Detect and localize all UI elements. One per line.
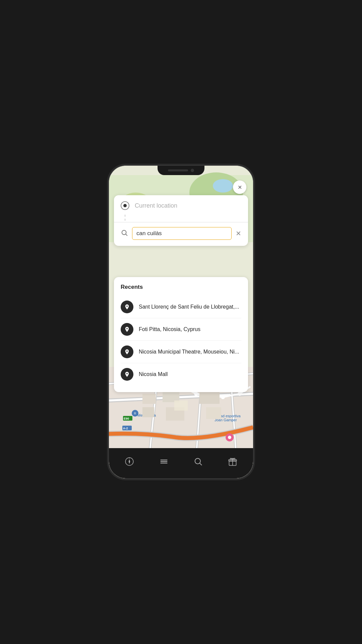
recent-text-4: Nicosia Mall [139, 371, 241, 377]
search-input[interactable] [132, 227, 232, 240]
location-pin-icon-1 [121, 301, 133, 313]
recents-title: Recents [121, 284, 241, 290]
recent-text-3: Nicosia Municipal Theatre, Mouseiou, Ni.… [139, 349, 241, 355]
svg-rect-32 [206, 407, 221, 419]
svg-rect-41 [160, 461, 167, 462]
notch [158, 166, 204, 175]
search-panel: Current location ✕ [114, 195, 248, 246]
camera [191, 169, 194, 172]
current-location-label: Current location [135, 202, 177, 209]
svg-point-17 [194, 392, 198, 396]
recent-item-3[interactable]: Nicosia Municipal Theatre, Mouseiou, Ni.… [121, 340, 241, 363]
svg-point-19 [238, 392, 242, 396]
nav-routes[interactable] [154, 454, 174, 469]
phone-screen: Carrer de Laurea Miró Mercadona ≡ Ciudad… [109, 166, 253, 478]
svg-rect-30 [174, 400, 188, 411]
close-button[interactable]: ✕ [233, 180, 246, 194]
svg-point-18 [221, 395, 225, 399]
recents-panel: Recents Sant Llorenç de Sant Feliu de Ll… [114, 277, 248, 392]
location-pin-icon-4 [121, 368, 133, 381]
svg-marker-38 [129, 459, 130, 464]
svg-line-36 [126, 234, 127, 235]
recent-text-1: Sant Llorenç de Sant Feliu de Llobregat,… [139, 304, 241, 310]
svg-rect-28 [163, 390, 179, 402]
phone-frame: Carrer de Laurea Miró Mercadona ≡ Ciudad… [109, 166, 253, 478]
svg-rect-34 [142, 407, 154, 417]
svg-rect-42 [160, 463, 167, 464]
clear-icon: ✕ [236, 230, 241, 237]
radio-inner-dot [123, 204, 127, 207]
bottom-navigation [109, 448, 253, 478]
svg-point-23 [228, 436, 231, 439]
nav-search[interactable] [188, 454, 208, 469]
close-icon: ✕ [238, 184, 242, 191]
nav-gifts[interactable] [223, 454, 243, 469]
svg-text:≡: ≡ [134, 411, 136, 416]
recent-item-2[interactable]: Foti Pitta, Nicosia, Cyprus [121, 318, 241, 340]
route-connector [125, 215, 125, 221]
location-pin-icon-3 [121, 345, 133, 358]
svg-rect-40 [160, 460, 167, 460]
recent-item-1[interactable]: Sant Llorenç de Sant Feliu de Llobregat,… [121, 296, 241, 318]
svg-point-3 [213, 179, 233, 193]
clear-search-button[interactable]: ✕ [236, 229, 241, 237]
nav-compass[interactable] [119, 454, 139, 469]
current-location-row[interactable]: Current location [121, 201, 241, 210]
svg-text:E90: E90 [124, 417, 129, 420]
recent-text-2: Foti Pitta, Nicosia, Cyprus [139, 326, 241, 332]
search-row: ✕ [121, 227, 241, 240]
location-pin-icon-2 [121, 323, 133, 336]
current-location-radio [121, 201, 129, 210]
search-icon [121, 229, 128, 238]
speaker [168, 169, 188, 171]
divider [114, 222, 248, 222]
recent-item-4[interactable]: Nicosia Mall [121, 363, 241, 385]
svg-rect-33 [142, 394, 156, 404]
svg-line-44 [200, 463, 202, 465]
svg-text:A-2: A-2 [123, 427, 128, 430]
